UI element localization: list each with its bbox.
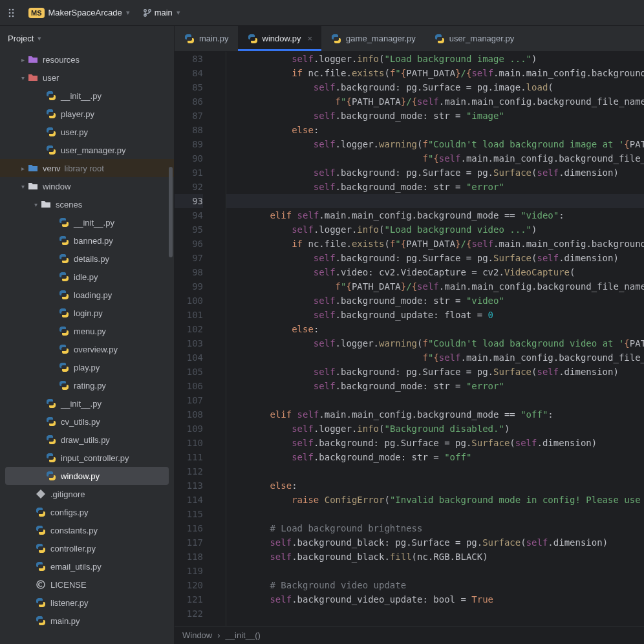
code-line[interactable]: if nc.file.exists(f"{PATH_DATA}/{self.ma… <box>226 237 644 251</box>
breadcrumb-part[interactable]: __init__() <box>226 630 261 640</box>
code-line[interactable]: f"{PATH_DATA}/{self.main.main_config.bac… <box>226 94 644 109</box>
project-tree[interactable]: resourcesuser__init__.pyplayer.pyuser.py… <box>0 50 174 644</box>
code-line[interactable]: raise ConfigError("Invalid background mo… <box>226 493 644 507</box>
code-line[interactable]: self.background: pg.Surface = pg.Surface… <box>226 251 644 265</box>
code-line[interactable]: if nc.file.exists(f"{PATH_DATA}/{self.ma… <box>226 66 644 80</box>
line-number: 86 <box>175 94 203 109</box>
chevron-down-icon[interactable]: ▾ <box>177 8 180 17</box>
code-line[interactable]: self.logger.warning(f"Couldn't load back… <box>226 137 644 151</box>
project-name[interactable]: MakerSpaceArcade <box>48 8 122 17</box>
tree-item[interactable]: details.py <box>0 250 174 268</box>
tree-item[interactable]: scenes <box>0 195 174 213</box>
tree-item[interactable]: __init__.py <box>0 394 174 413</box>
tree-item[interactable]: rating.py <box>0 376 174 394</box>
tree-item[interactable]: play.py <box>0 358 174 376</box>
tree-item[interactable]: banned.py <box>0 231 174 250</box>
code-line[interactable] <box>226 606 644 621</box>
breadcrumb[interactable]: Window › __init__() <box>175 626 644 644</box>
tree-arrow-icon[interactable] <box>18 74 27 81</box>
tree-item[interactable]: configs.py <box>0 503 174 521</box>
tree-item[interactable]: __init__.py <box>0 213 174 231</box>
tree-item[interactable]: window.py <box>5 467 169 485</box>
code-line[interactable]: elif self.main.main_config.background_mo… <box>226 208 644 222</box>
code-line[interactable]: f"{self.main.main_config.background_file… <box>226 350 644 365</box>
code-line[interactable]: self.logger.warning(f"Couldn't load back… <box>226 336 644 350</box>
code-line[interactable]: self.background: pg.Surface = pg.Surface… <box>226 365 644 379</box>
tree-item[interactable]: player.py <box>0 105 174 123</box>
tree-item[interactable]: menu.py <box>0 322 174 340</box>
tree-item[interactable]: login.py <box>0 304 174 322</box>
main-menu-icon[interactable] <box>5 5 21 21</box>
code-line[interactable]: self.background_mode: str = "error" <box>226 379 644 393</box>
code-line[interactable]: self.logger.info("Background disabled.") <box>226 422 644 436</box>
tree-arrow-icon[interactable] <box>18 56 27 63</box>
code-line[interactable]: else: <box>226 322 644 336</box>
code-view[interactable]: self.logger.info("Load background image … <box>226 52 644 626</box>
tree-item[interactable]: main.py <box>0 612 174 630</box>
code-line[interactable]: self.background: pg.Surface = pg.Surface… <box>226 436 644 450</box>
code-line[interactable]: self.video: cv2.VideoCapture = cv2.Video… <box>226 265 644 279</box>
code-line[interactable] <box>226 464 644 478</box>
code-line[interactable] <box>226 564 644 578</box>
code-line[interactable]: f"{PATH_DATA}/{self.main.main_config.bac… <box>226 279 644 294</box>
code-line[interactable] <box>226 194 644 208</box>
tree-arrow-icon[interactable] <box>31 201 40 208</box>
branch-name[interactable]: main <box>155 8 173 17</box>
code-line[interactable]: else: <box>226 478 644 493</box>
tree-item[interactable]: idle.py <box>0 268 174 286</box>
code-line[interactable]: elif self.main.main_config.background_mo… <box>226 407 644 422</box>
tree-arrow-icon[interactable] <box>18 165 27 172</box>
editor-tab[interactable]: window.py× <box>238 26 322 51</box>
tree-item[interactable]: LICENSE <box>0 575 174 594</box>
tree-item[interactable]: user.py <box>0 123 174 141</box>
tree-item[interactable]: resources <box>0 50 174 69</box>
chevron-down-icon[interactable]: ▾ <box>38 34 41 43</box>
chevron-down-icon[interactable]: ▾ <box>126 8 130 17</box>
code-line[interactable]: self.background_mode: str = "image" <box>226 109 644 123</box>
code-line[interactable]: self.logger.info("Load background video … <box>226 222 644 237</box>
code-line[interactable]: f"{self.main.main_config.background_file… <box>226 151 644 166</box>
file-icon <box>35 561 47 572</box>
tree-item[interactable]: input_controller.py <box>0 449 174 467</box>
code-line[interactable] <box>226 393 644 407</box>
tree-item[interactable]: __init__.py <box>0 87 174 105</box>
tree-item[interactable]: overview.py <box>0 340 174 358</box>
code-line[interactable]: self.background_black: pg.Surface = pg.S… <box>226 535 644 550</box>
code-line[interactable]: self.background_mode: str = "error" <box>226 180 644 194</box>
code-line[interactable]: # Load background brightness <box>226 521 644 535</box>
sidebar-header[interactable]: Project ▾ <box>0 26 174 50</box>
breadcrumb-part[interactable]: Window <box>182 630 212 640</box>
tree-item[interactable]: draw_utils.py <box>0 431 174 449</box>
tree-item[interactable]: listener.py <box>0 594 174 612</box>
code-line[interactable]: self.logger.info("Load background image … <box>226 52 644 66</box>
line-number: 120 <box>175 578 203 592</box>
tree-item[interactable]: venvlibrary root <box>0 159 174 177</box>
editor-tab[interactable]: game_manager.py <box>321 26 425 51</box>
tree-item[interactable]: cv_utils.py <box>0 413 174 431</box>
code-line[interactable]: else: <box>226 123 644 137</box>
code-line[interactable]: self.background: pg.Surface = pg.image.l… <box>226 80 644 94</box>
tree-item[interactable]: user_manager.py <box>0 141 174 159</box>
tree-item[interactable]: loading.py <box>0 286 174 304</box>
code-line[interactable]: self.background_black.fill(nc.RGB.BLACK) <box>226 550 644 564</box>
tree-item[interactable]: window <box>0 177 174 195</box>
tree-item[interactable]: controller.py <box>0 539 174 557</box>
editor-tab[interactable]: main.py <box>175 26 238 51</box>
scrollbar-thumb[interactable] <box>169 167 173 257</box>
tree-arrow-icon[interactable] <box>18 183 27 190</box>
tree-item-label: user_manager.py <box>61 145 125 155</box>
tree-item[interactable]: user <box>0 69 174 87</box>
code-line[interactable]: self.background: pg.Surface = pg.Surface… <box>226 166 644 180</box>
code-line[interactable]: self.background_mode: str = "off" <box>226 450 644 464</box>
code-line[interactable]: # Background video update <box>226 578 644 592</box>
editor-tab[interactable]: user_manager.py <box>425 26 523 51</box>
code-line[interactable]: self.background_mode: str = "video" <box>226 294 644 308</box>
editor-body[interactable]: 8384858687888990919293949596979899100101… <box>175 52 644 626</box>
tree-item[interactable]: email_utils.py <box>0 557 174 575</box>
tree-item[interactable]: .gitignore <box>0 485 174 503</box>
tree-item[interactable]: constants.py <box>0 521 174 539</box>
code-line[interactable]: self.background_update: float = 0 <box>226 308 644 322</box>
code-line[interactable] <box>226 507 644 521</box>
close-icon[interactable]: × <box>308 34 313 43</box>
code-line[interactable]: self.background_video_update: bool = Tru… <box>226 592 644 606</box>
